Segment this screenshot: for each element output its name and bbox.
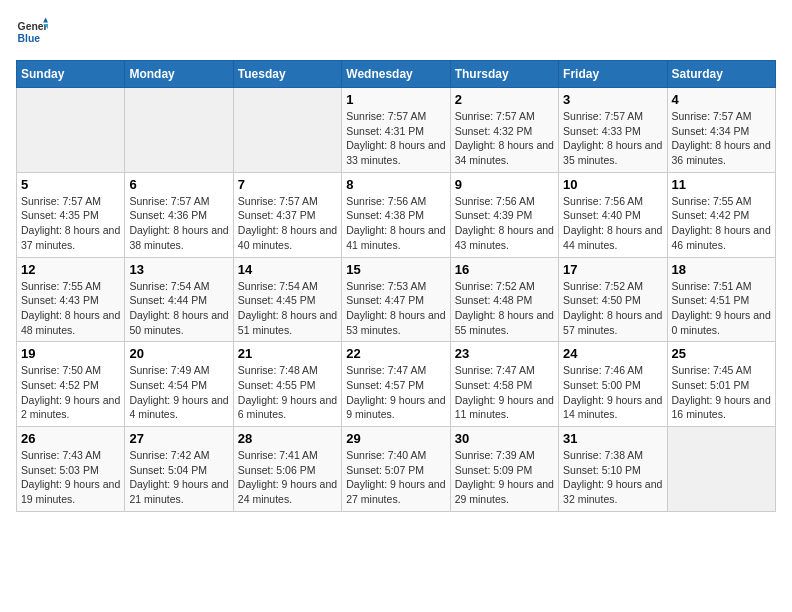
day-number: 23 <box>455 346 554 361</box>
day-info: Sunrise: 7:53 AMSunset: 4:47 PMDaylight:… <box>346 280 445 336</box>
day-number: 15 <box>346 262 445 277</box>
day-number: 13 <box>129 262 228 277</box>
calendar-cell: 25 Sunrise: 7:45 AMSunset: 5:01 PMDaylig… <box>667 342 775 427</box>
calendar-table: SundayMondayTuesdayWednesdayThursdayFrid… <box>16 60 776 512</box>
day-info: Sunrise: 7:40 AMSunset: 5:07 PMDaylight:… <box>346 449 445 505</box>
calendar-cell <box>667 427 775 512</box>
day-number: 24 <box>563 346 662 361</box>
calendar-cell: 10 Sunrise: 7:56 AMSunset: 4:40 PMDaylig… <box>559 172 667 257</box>
day-number: 11 <box>672 177 771 192</box>
calendar-cell: 13 Sunrise: 7:54 AMSunset: 4:44 PMDaylig… <box>125 257 233 342</box>
calendar-cell: 29 Sunrise: 7:40 AMSunset: 5:07 PMDaylig… <box>342 427 450 512</box>
calendar-cell: 11 Sunrise: 7:55 AMSunset: 4:42 PMDaylig… <box>667 172 775 257</box>
header-day-wednesday: Wednesday <box>342 61 450 88</box>
page-header: General Blue <box>16 16 776 48</box>
day-number: 8 <box>346 177 445 192</box>
day-info: Sunrise: 7:38 AMSunset: 5:10 PMDaylight:… <box>563 449 662 505</box>
day-number: 21 <box>238 346 337 361</box>
calendar-cell: 3 Sunrise: 7:57 AMSunset: 4:33 PMDayligh… <box>559 88 667 173</box>
calendar-cell: 27 Sunrise: 7:42 AMSunset: 5:04 PMDaylig… <box>125 427 233 512</box>
calendar-cell: 15 Sunrise: 7:53 AMSunset: 4:47 PMDaylig… <box>342 257 450 342</box>
day-info: Sunrise: 7:49 AMSunset: 4:54 PMDaylight:… <box>129 364 228 420</box>
calendar-cell <box>125 88 233 173</box>
calendar-cell: 21 Sunrise: 7:48 AMSunset: 4:55 PMDaylig… <box>233 342 341 427</box>
day-info: Sunrise: 7:52 AMSunset: 4:50 PMDaylight:… <box>563 280 662 336</box>
calendar-cell: 7 Sunrise: 7:57 AMSunset: 4:37 PMDayligh… <box>233 172 341 257</box>
calendar-body: 1 Sunrise: 7:57 AMSunset: 4:31 PMDayligh… <box>17 88 776 512</box>
day-number: 9 <box>455 177 554 192</box>
header-row: SundayMondayTuesdayWednesdayThursdayFrid… <box>17 61 776 88</box>
day-number: 4 <box>672 92 771 107</box>
day-info: Sunrise: 7:50 AMSunset: 4:52 PMDaylight:… <box>21 364 120 420</box>
calendar-cell: 1 Sunrise: 7:57 AMSunset: 4:31 PMDayligh… <box>342 88 450 173</box>
day-info: Sunrise: 7:56 AMSunset: 4:40 PMDaylight:… <box>563 195 662 251</box>
week-row-3: 12 Sunrise: 7:55 AMSunset: 4:43 PMDaylig… <box>17 257 776 342</box>
day-info: Sunrise: 7:45 AMSunset: 5:01 PMDaylight:… <box>672 364 771 420</box>
header-day-friday: Friday <box>559 61 667 88</box>
header-day-monday: Monday <box>125 61 233 88</box>
calendar-cell: 5 Sunrise: 7:57 AMSunset: 4:35 PMDayligh… <box>17 172 125 257</box>
calendar-cell: 28 Sunrise: 7:41 AMSunset: 5:06 PMDaylig… <box>233 427 341 512</box>
week-row-4: 19 Sunrise: 7:50 AMSunset: 4:52 PMDaylig… <box>17 342 776 427</box>
day-info: Sunrise: 7:47 AMSunset: 4:57 PMDaylight:… <box>346 364 445 420</box>
calendar-cell: 16 Sunrise: 7:52 AMSunset: 4:48 PMDaylig… <box>450 257 558 342</box>
day-info: Sunrise: 7:56 AMSunset: 4:39 PMDaylight:… <box>455 195 554 251</box>
calendar-cell: 30 Sunrise: 7:39 AMSunset: 5:09 PMDaylig… <box>450 427 558 512</box>
day-number: 5 <box>21 177 120 192</box>
day-number: 3 <box>563 92 662 107</box>
svg-marker-2 <box>43 18 48 23</box>
week-row-5: 26 Sunrise: 7:43 AMSunset: 5:03 PMDaylig… <box>17 427 776 512</box>
day-number: 27 <box>129 431 228 446</box>
day-info: Sunrise: 7:51 AMSunset: 4:51 PMDaylight:… <box>672 280 771 336</box>
calendar-header: SundayMondayTuesdayWednesdayThursdayFrid… <box>17 61 776 88</box>
day-number: 17 <box>563 262 662 277</box>
day-number: 2 <box>455 92 554 107</box>
calendar-cell: 19 Sunrise: 7:50 AMSunset: 4:52 PMDaylig… <box>17 342 125 427</box>
svg-text:Blue: Blue <box>18 33 41 44</box>
calendar-cell: 20 Sunrise: 7:49 AMSunset: 4:54 PMDaylig… <box>125 342 233 427</box>
day-number: 12 <box>21 262 120 277</box>
calendar-cell: 4 Sunrise: 7:57 AMSunset: 4:34 PMDayligh… <box>667 88 775 173</box>
calendar-cell: 23 Sunrise: 7:47 AMSunset: 4:58 PMDaylig… <box>450 342 558 427</box>
calendar-cell: 17 Sunrise: 7:52 AMSunset: 4:50 PMDaylig… <box>559 257 667 342</box>
day-number: 7 <box>238 177 337 192</box>
calendar-cell: 14 Sunrise: 7:54 AMSunset: 4:45 PMDaylig… <box>233 257 341 342</box>
day-number: 22 <box>346 346 445 361</box>
day-info: Sunrise: 7:41 AMSunset: 5:06 PMDaylight:… <box>238 449 337 505</box>
header-day-sunday: Sunday <box>17 61 125 88</box>
logo-icon: General Blue <box>16 16 48 48</box>
day-number: 31 <box>563 431 662 446</box>
week-row-1: 1 Sunrise: 7:57 AMSunset: 4:31 PMDayligh… <box>17 88 776 173</box>
day-info: Sunrise: 7:54 AMSunset: 4:44 PMDaylight:… <box>129 280 228 336</box>
calendar-cell: 12 Sunrise: 7:55 AMSunset: 4:43 PMDaylig… <box>17 257 125 342</box>
day-info: Sunrise: 7:55 AMSunset: 4:43 PMDaylight:… <box>21 280 120 336</box>
day-info: Sunrise: 7:57 AMSunset: 4:31 PMDaylight:… <box>346 110 445 166</box>
day-number: 6 <box>129 177 228 192</box>
calendar-cell: 31 Sunrise: 7:38 AMSunset: 5:10 PMDaylig… <box>559 427 667 512</box>
day-info: Sunrise: 7:57 AMSunset: 4:33 PMDaylight:… <box>563 110 662 166</box>
calendar-cell <box>17 88 125 173</box>
header-day-tuesday: Tuesday <box>233 61 341 88</box>
day-number: 30 <box>455 431 554 446</box>
calendar-cell: 8 Sunrise: 7:56 AMSunset: 4:38 PMDayligh… <box>342 172 450 257</box>
week-row-2: 5 Sunrise: 7:57 AMSunset: 4:35 PMDayligh… <box>17 172 776 257</box>
day-info: Sunrise: 7:46 AMSunset: 5:00 PMDaylight:… <box>563 364 662 420</box>
day-number: 18 <box>672 262 771 277</box>
calendar-cell <box>233 88 341 173</box>
day-info: Sunrise: 7:54 AMSunset: 4:45 PMDaylight:… <box>238 280 337 336</box>
day-info: Sunrise: 7:57 AMSunset: 4:32 PMDaylight:… <box>455 110 554 166</box>
header-day-saturday: Saturday <box>667 61 775 88</box>
day-number: 29 <box>346 431 445 446</box>
day-number: 28 <box>238 431 337 446</box>
day-number: 20 <box>129 346 228 361</box>
calendar-cell: 22 Sunrise: 7:47 AMSunset: 4:57 PMDaylig… <box>342 342 450 427</box>
calendar-cell: 6 Sunrise: 7:57 AMSunset: 4:36 PMDayligh… <box>125 172 233 257</box>
day-number: 19 <box>21 346 120 361</box>
calendar-cell: 18 Sunrise: 7:51 AMSunset: 4:51 PMDaylig… <box>667 257 775 342</box>
day-number: 26 <box>21 431 120 446</box>
day-number: 10 <box>563 177 662 192</box>
day-info: Sunrise: 7:43 AMSunset: 5:03 PMDaylight:… <box>21 449 120 505</box>
day-info: Sunrise: 7:56 AMSunset: 4:38 PMDaylight:… <box>346 195 445 251</box>
day-number: 25 <box>672 346 771 361</box>
day-info: Sunrise: 7:55 AMSunset: 4:42 PMDaylight:… <box>672 195 771 251</box>
